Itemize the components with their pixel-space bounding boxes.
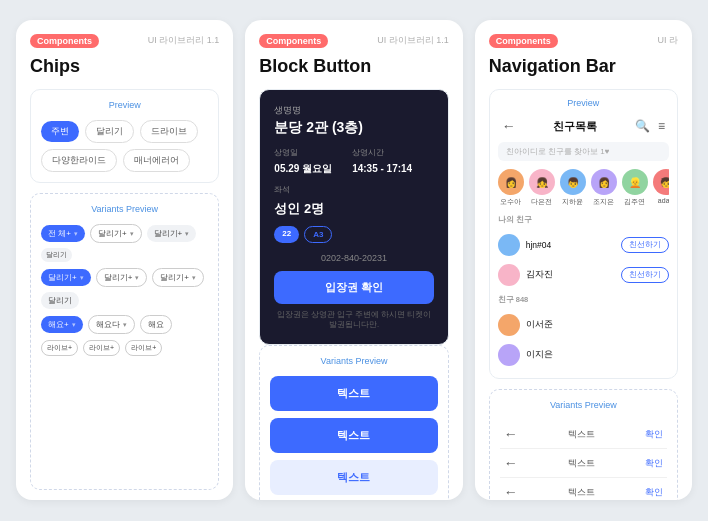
nav-variants-section: Variants Preview ← 텍스트 확인 ← 텍스트 확인 ← 텍스트… [489,389,678,500]
avatar-item: 🧒 ada# [653,169,669,207]
chip-item[interactable]: 드라이브 [140,120,198,143]
navigation-bar-card: Components UI 라 Navigation Bar Preview ←… [475,20,692,500]
chips-preview-section: Preview 주변 달리기 드라이브 다양한라이드 매너에러어 [30,89,219,183]
variant-row-2: 달리기+ ▾ 달리기+ ▾ 달리기+ ▾ 달리기 [41,268,208,309]
nav-variant-center: 텍스트 [568,457,595,470]
confirm-note: 입장권은 상영관 입구 주변에 하시면 티켓이 발권됩니다만. [274,310,433,330]
chip-variant[interactable]: 달리기 [41,292,79,309]
nav-variant-row: ← 텍스트 확인 [500,478,667,500]
chip-variant[interactable]: 라이브+ [125,340,162,356]
block-btn-variant-3[interactable]: 텍스트 [270,460,437,495]
avatar-circle: 👩 [591,169,617,195]
avatar-item: 👦 지하윤 [560,169,586,207]
nav-preview-section: Preview ← 친구목록 🔍 ≡ 친아이디로 친구를 찾아보 1♥ 👩 오수… [489,89,678,379]
variant-row-4: 라이브+ 라이브+ 라이브+ [41,340,208,356]
chip-variant[interactable]: 달리기+ ▾ [147,225,197,242]
follow-button[interactable]: 친선하기 [621,267,669,283]
avatar-circle: 👱 [622,169,648,195]
confirm-button[interactable]: 입장권 확인 [274,271,433,304]
chip-item[interactable]: 달리기 [85,120,134,143]
block-btn-card-header: Components UI 라이브러리 1.1 [259,34,448,48]
section-all-friends: 친구 848 [498,295,669,305]
back-icon[interactable]: ← [502,118,516,134]
variant-row-3: 해요+ ▾ 해요다 ▾ 해요 [41,315,208,334]
chip-variant[interactable]: 해요다 ▾ [88,315,135,334]
date-value: 05.29 월요일 [274,163,332,174]
friend-name: hjn#04 [526,240,552,250]
block-btn-title: Block Button [259,56,448,77]
avatar-name: ada# [658,197,669,204]
person-badge-2: A3 [304,226,332,243]
nav-variant-row: ← 텍스트 확인 [500,420,667,449]
date-label: 상영일 [274,147,332,158]
btn-variants-label: Variants Preview [270,356,437,366]
chip-variant[interactable]: 달리기 [41,248,72,262]
chip-variant[interactable]: 해요 [140,315,172,334]
nav-variant-back[interactable]: ← [504,484,518,500]
chip-variant[interactable]: 달리기+ ▾ [152,268,204,287]
ticket-preview: 생명명 분당 2관 (3층) 상영일 05.29 월요일 상영시간 14:35 … [259,89,448,345]
chip-variant[interactable]: 라이브+ [83,340,120,356]
btn-variants-section: Variants Preview 텍스트 텍스트 텍스트 텍스트 [259,345,448,500]
friend-avatar [498,314,520,336]
nav-bar-title: 친구목록 [553,119,597,134]
chip-variant[interactable]: 달리기+ ▾ [41,269,91,286]
phone-number: 0202-840-20231 [274,253,433,263]
avatar-name: 김주연 [624,197,645,207]
chips-row: 주변 달리기 드라이브 다양한라이드 매너에러어 [41,120,208,172]
person-badge-1: 22 [274,226,299,243]
chips-card: Components UI 라이브러리 1.1 Chips Preview 주변… [16,20,233,500]
block-btn-badge: Components [259,34,328,48]
avatar-name: 조지은 [593,197,614,207]
chips-preview-label: Preview [41,100,208,110]
block-btn-version: UI 라이브러리 1.1 [377,34,449,47]
chip-variant[interactable]: 달리기+ ▾ [90,224,142,243]
friend-info: 이서준 [498,314,553,336]
chips-variants-section: Variants Preview 전 체+ ▾ 달리기+ ▾ 달리기+ ▾ 달리… [30,193,219,490]
search-icon[interactable]: 🔍 [635,119,650,133]
ticket-details-row: 상영일 05.29 월요일 상영시간 14:35 - 17:14 [274,147,433,176]
chip-variant[interactable]: 달리기+ ▾ [96,268,148,287]
avatar-item: 👧 다은전 [529,169,555,207]
seat-title: 성인 2명 [274,200,433,218]
nav-variant-action[interactable]: 확인 [645,457,663,470]
nav-variant-row: ← 텍스트 확인 [500,449,667,478]
nav-bar-top: ← 친구목록 🔍 ≡ [498,118,669,134]
follow-button[interactable]: 친선하기 [621,237,669,253]
nav-variant-back[interactable]: ← [504,455,518,471]
chips-badge: Components [30,34,99,48]
time-value: 14:35 - 17:14 [352,163,412,174]
avatar-item: 👱 김주연 [622,169,648,207]
nav-variant-action[interactable]: 확인 [645,428,663,441]
nav-icons: 🔍 ≡ [635,119,665,133]
chip-item[interactable]: 다양한라이드 [41,149,117,172]
friend-search-bar[interactable]: 친아이디로 친구를 찾아보 1♥ [498,142,669,161]
block-button-card: Components UI 라이브러리 1.1 Block Button 생명명… [245,20,462,500]
chip-variant[interactable]: 전 체+ ▾ [41,225,85,242]
friend-name: 이지은 [526,349,553,361]
avatar-item: 👩 오수아 [498,169,524,207]
block-btn-variant-1[interactable]: 텍스트 [270,376,437,411]
block-btn-variant-2[interactable]: 텍스트 [270,418,437,453]
avatar-name: 다은전 [531,197,552,207]
nav-variant-back[interactable]: ← [504,426,518,442]
friend-info: 김자진 [498,264,553,286]
section-my-friends: 나의 친구 [498,215,669,225]
avatar-name: 오수아 [500,197,521,207]
avatar-circle: 👩 [498,169,524,195]
menu-icon[interactable]: ≡ [658,119,665,133]
cards-container: Components UI 라이브러리 1.1 Chips Preview 주변… [16,20,692,501]
avatar-circle: 🧒 [653,169,669,195]
seat-label: 좌석 [274,184,433,195]
nav-variant-action[interactable]: 확인 [645,486,663,499]
nav-version: UI 라 [657,34,678,47]
chip-item[interactable]: 주변 [41,121,79,142]
chip-item[interactable]: 매너에러어 [123,149,190,172]
chips-version: UI 라이브러리 1.1 [148,34,220,47]
friend-avatar [498,234,520,256]
chip-variant[interactable]: 해요+ ▾ [41,316,83,333]
avatar-item: 👩 조지은 [591,169,617,207]
nav-variant-center: 텍스트 [568,428,595,441]
chip-variant[interactable]: 라이브+ [41,340,78,356]
time-label: 상영시간 [352,147,412,158]
